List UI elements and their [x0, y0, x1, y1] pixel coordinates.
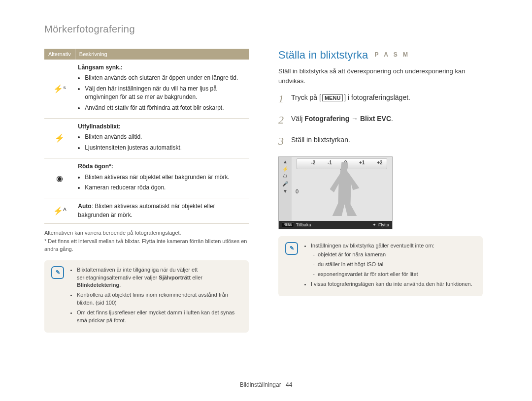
step-3: 3Ställ in blixtstyrkan. [278, 134, 483, 149]
footer-section: Bildinställningar [240, 381, 281, 388]
left-column: Alternativ Beskrivning ⚡ˢLångsam synk.:B… [44, 49, 249, 333]
left-notebox: Blixtalternativen är inte tillgängliga n… [44, 260, 249, 333]
step-number: 3 [278, 134, 286, 149]
notebox-dash-item: du ställer in ett högt ISO-tal [318, 261, 472, 269]
timer-icon: ⏱ [279, 174, 292, 179]
step-text: Ställ in blixtstyrkan. [291, 134, 483, 146]
table-row: ⚡ᴬAuto: Blixten aktiveras automatiskt nä… [44, 198, 249, 224]
table-cell-desc: Utfyllnadsblixt:Blixten används alltid.L… [75, 118, 249, 158]
table-bullet: Välj den här inställningen när du vill h… [85, 85, 246, 102]
lcd-back-label: Tillbaka [296, 222, 311, 227]
table-header-alternativ: Alternativ [44, 49, 75, 60]
menu-button-label: MENU [322, 94, 343, 101]
small-note: * Det finns ett intervall mellan två bli… [44, 237, 249, 253]
table-bullet: Blixten används alltid. [85, 133, 246, 141]
subject-silhouette [330, 162, 360, 216]
table-header-beskrivning: Beskrivning [75, 49, 249, 60]
table-bullet: Kameran reducerar röda ögon. [85, 184, 246, 192]
ev-tick: +2 [377, 160, 382, 165]
ev-tick: -2 [311, 160, 315, 165]
notebox-lead: Inställningen av blixtstyrka gäller even… [311, 242, 472, 278]
step-text: Tryck på [MENU] i fotograferingsläget. [291, 92, 483, 104]
breadcrumb: Mörkerfotografering [44, 24, 488, 35]
table-bullet: Använd ett stativ för att förhindra att … [85, 104, 246, 112]
notebox-bullet-2: I vissa fotograferingslägen kan du inte … [311, 280, 472, 288]
notebox-dash-item: objektet är för nära kameran [318, 251, 472, 259]
notebox-dash-item: exponeringsvärdet är för stort eller för… [318, 271, 472, 278]
small-notes: Alternativen kan variera beroende på fot… [44, 229, 249, 253]
table-cell-desc: Auto: Blixten aktiveras automatiskt när … [75, 198, 249, 224]
dpad-icon: ✦ [372, 222, 376, 227]
lcd-bottom-bar: MENUTillbaka ✦Flytta [279, 221, 392, 229]
arrow-down-icon: ▼ [279, 188, 292, 194]
mode-badges: P A S M [375, 51, 410, 58]
notebox-item: Blixtalternativen är inte tillgängliga n… [77, 266, 242, 290]
mic-off-icon: 🎤 [279, 181, 292, 186]
flash-auto-icon: ⚡ᴬ [44, 198, 75, 224]
step-number: 1 [278, 92, 286, 107]
notebox-item: Om det finns ljusreflexer eller mycket d… [77, 309, 242, 325]
flash-options-table: Alternativ Beskrivning ⚡ˢLångsam synk.:B… [44, 49, 249, 224]
step-text: Välj Fotografering → Blixt EVC. [291, 113, 483, 124]
step-number: 2 [278, 113, 286, 128]
step-2: 2Välj Fotografering → Blixt EVC. [278, 113, 483, 128]
lcd-preview: ▲ ⚡ ⏱ 🎤 ▼ -2-10+1+2 0 [278, 156, 393, 229]
ev-tick: -1 [328, 160, 332, 165]
note-icon [285, 242, 298, 255]
flash-slow-sync-icon: ⚡ˢ [44, 60, 75, 118]
menu-tag-icon: MENU [282, 222, 294, 227]
right-column: Ställa in blixtstyrka P A S M Ställ in b… [278, 49, 483, 333]
lcd-canvas: -2-10+1+2 0 [292, 157, 392, 221]
section-title: Ställa in blixtstyrka [278, 49, 368, 61]
table-row: ◉Röda ögon*:Blixten aktiveras när objekt… [44, 158, 249, 198]
table-bullet: Blixten aktiveras när objektet eller bak… [85, 173, 246, 182]
page-number: 44 [286, 381, 292, 388]
footer: Bildinställningar 44 [0, 381, 532, 388]
ev-tick: +1 [359, 160, 365, 165]
small-note: Alternativen kan variera beroende på fot… [44, 229, 249, 237]
notebox-item: Kontrollera att objektet finns inom reko… [77, 291, 242, 307]
table-row: ⚡ˢLångsam synk.:Blixten används och slut… [44, 60, 249, 118]
table-bullet: Ljusintensiteten justeras automatiskt. [85, 144, 246, 152]
red-eye-icon: ◉ [44, 158, 75, 198]
lcd-move-label: Flytta [378, 222, 389, 227]
note-icon [51, 266, 64, 279]
table-cell-desc: Röda ögon*:Blixten aktiveras när objekte… [75, 158, 249, 198]
lcd-sidebar: ▲ ⚡ ⏱ 🎤 ▼ [279, 157, 292, 221]
table-row: ⚡Utfyllnadsblixt:Blixten används alltid.… [44, 118, 249, 158]
flash-icon: ⚡ [279, 166, 292, 172]
table-bullet: Blixten används och slutaren är öppen un… [85, 74, 246, 82]
step-1: 1Tryck på [MENU] i fotograferingsläget. [278, 92, 483, 107]
arrow-up-icon: ▲ [279, 159, 292, 164]
section-intro: Ställ in blixtstyrka så att överexponeri… [278, 66, 483, 86]
flash-fill-icon: ⚡ [44, 118, 75, 158]
ev-value: 0 [296, 188, 299, 194]
table-cell-desc: Långsam synk.:Blixten används och slutar… [75, 60, 249, 118]
right-notebox: Inställningen av blixtstyrka gäller even… [278, 236, 483, 296]
